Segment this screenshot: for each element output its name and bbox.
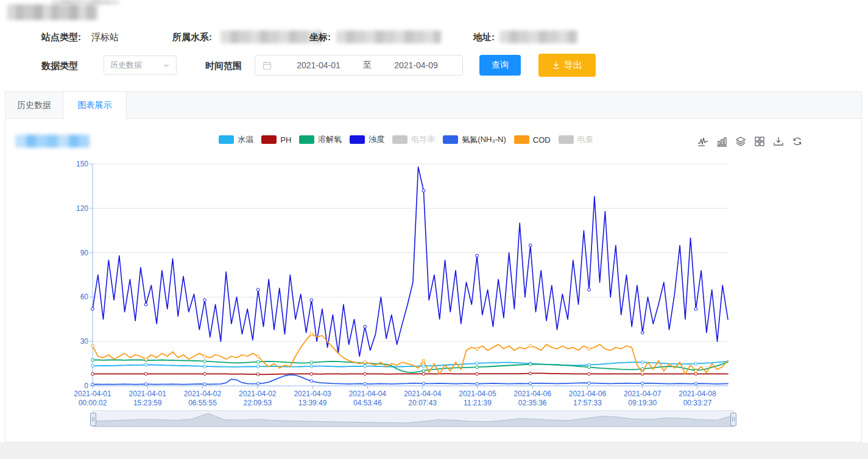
series-line-PH [93,373,728,374]
x-tick-time: 00:00:02 [65,399,121,408]
date-start-value[interactable]: 2021-04-01 [285,60,352,70]
series-marker [641,331,644,334]
restore-icon[interactable] [792,136,803,147]
series-marker [641,382,644,385]
series-marker [310,333,313,336]
series-marker [256,355,259,358]
x-tick-label: 2021-04-0511:21:39 [450,390,506,408]
data-type-label: 数据类型 [41,60,78,72]
x-tick-date: 2021-04-04 [395,390,451,399]
series-line-浊度 [93,167,728,357]
page-background-strip [0,443,868,459]
series-marker [256,365,259,368]
calendar-icon [263,61,272,70]
legend-item-水温[interactable]: 水温 [219,134,253,145]
legend-chip [443,135,458,144]
legend-item-PH[interactable]: PH [261,135,291,144]
tab-history-data[interactable]: 历史数据 [5,92,63,118]
data-zoom-left-handle[interactable] [90,413,96,426]
series-marker [694,369,697,372]
x-tick-label: 2021-04-0800:33:27 [669,390,725,408]
series-marker [529,382,532,385]
series-marker [256,373,259,376]
magic-type-line-icon[interactable] [697,136,708,147]
x-tick-label: 2021-04-0709:19:30 [615,390,671,408]
series-marker [422,372,425,375]
blurred-coord-value [336,30,441,43]
x-tick-label: 2021-04-0420:07:43 [395,390,451,408]
series-marker [310,365,313,368]
legend-item-浊度[interactable]: 浊度 [350,134,384,145]
series-marker [144,363,147,366]
x-tick-time: 02:35:36 [504,399,560,408]
legend-item-溶解氧[interactable]: 溶解氧 [299,134,342,145]
time-range-label: 时间范围 [205,60,242,72]
export-button[interactable]: 导出 [538,54,596,77]
series-marker [694,362,697,365]
magic-type-tiled-icon[interactable] [754,136,765,147]
series-marker [476,254,479,257]
x-tick-date: 2021-04-06 [559,390,615,399]
date-end-value[interactable]: 2021-04-09 [383,60,450,70]
legend-item-COD[interactable]: COD [514,135,551,144]
x-tick-time: 09:19:30 [615,399,671,408]
legend-item-电量[interactable]: 电量 [559,134,593,145]
legend-chip [559,135,574,144]
series-marker [364,372,367,375]
chart-toolbox [697,136,803,147]
series-marker [529,372,532,375]
query-button[interactable]: 查询 [479,55,521,76]
coord-label: 坐标: [309,32,331,43]
query-button-label: 查询 [492,60,509,71]
magic-type-bar-icon[interactable] [716,136,727,147]
x-tick-time: 13:39:49 [284,399,340,408]
x-tick-label: 2021-04-0602:35:36 [504,390,560,408]
data-type-select[interactable]: 历史数据 [104,55,177,75]
legend-chip [514,135,529,144]
series-marker [310,372,313,375]
series-marker [694,382,697,385]
legend-label: 氨氮(NH₃-N) [462,134,506,145]
x-tick-time: 11:21:39 [450,399,506,408]
magic-type-stack-icon[interactable] [735,136,746,147]
series-marker [310,299,313,302]
series-marker [529,344,532,347]
filter-row: 数据类型 历史数据 时间范围 2021-04-01 至 2021-04-09 查… [0,54,868,78]
data-zoom-profile [93,411,733,427]
series-marker [256,360,259,363]
x-tick-date: 2021-04-08 [669,390,725,399]
legend-item-氨氮(NH₃-N)[interactable]: 氨氮(NH₃-N) [443,134,506,145]
legend-label: 溶解氧 [318,134,342,145]
x-tick-time: 15:23:59 [119,399,175,408]
series-marker [91,372,94,375]
series-marker [422,382,425,385]
series-marker [91,365,94,368]
x-tick-label: 2021-04-0222:09:53 [230,390,286,408]
legend-label: COD [533,135,551,144]
date-range-picker[interactable]: 2021-04-01 至 2021-04-09 [255,55,463,76]
address-label: 地址: [473,32,495,43]
data-zoom-right-handle[interactable] [730,413,736,426]
tab-chart-display[interactable]: 图表展示 [63,92,127,119]
series-marker [641,371,644,374]
legend-label: 水温 [238,134,253,145]
plot-svg [89,162,734,394]
series-marker [422,359,425,362]
x-tick-date: 2021-04-05 [450,390,506,399]
series-marker [203,383,206,386]
series-marker [364,365,367,368]
blurred-water-system-value [221,30,322,43]
series-marker [144,358,147,361]
x-tick-time: 22:09:53 [230,399,286,408]
series-marker [422,189,425,192]
legend-chip [261,135,277,144]
x-tick-date: 2021-04-03 [284,390,340,399]
legend-item-电导率[interactable]: 电导率 [392,134,435,145]
series-marker [203,365,206,368]
series-marker [588,347,591,350]
x-tick-date: 2021-04-02 [175,390,231,399]
save-as-image-icon[interactable] [773,136,784,147]
legend-chip [219,135,234,144]
data-zoom-slider[interactable] [93,410,734,427]
series-marker [91,358,94,361]
